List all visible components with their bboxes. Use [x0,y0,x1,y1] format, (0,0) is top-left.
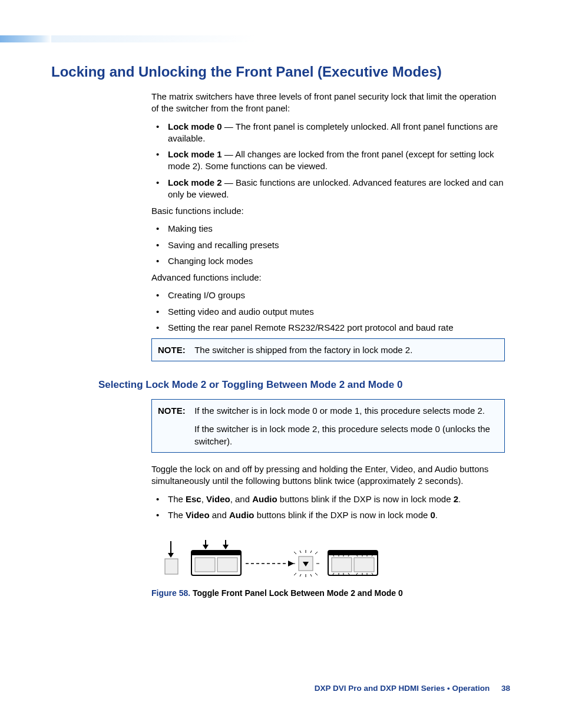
video-label: Video [186,510,210,520]
list-item: Creating I/O groups [151,289,505,301]
esc-label: Esc [186,494,201,504]
text: and [210,510,229,520]
note-text: The switcher is shipped from the factory… [194,344,497,356]
list-item: Making ties [151,223,505,235]
body-block-2: NOTE: If the switcher is in lock mode 0 … [151,399,505,521]
list-item: Lock mode 0 — The front panel is complet… [151,121,505,145]
mode-number: 0 [431,510,435,520]
list-item: Setting the rear panel Remote RS232/RS42… [151,322,505,334]
svg-rect-30 [354,558,374,572]
advanced-functions-list: Creating I/O groups Setting video and au… [151,289,505,334]
svg-line-20 [294,573,296,575]
footer-text: DXP DVI Pro and DXP HDMI Series • Operat… [315,684,490,693]
page-content: Locking and Unlocking the Front Panel (E… [51,64,511,598]
note-text-2: If the switcher is in lock mode 2, this … [194,423,498,447]
figure-caption: Figure 58. Toggle Front Panel Lock Betwe… [151,588,511,598]
text: The [168,494,186,504]
svg-rect-29 [332,558,352,572]
audio-label: Audio [229,510,254,520]
mode-number: 2 [454,494,458,504]
toggle-bullets-list: The Esc, Video, and Audio buttons blink … [151,493,505,522]
svg-marker-4 [203,545,209,549]
svg-rect-28 [328,551,378,555]
list-item: Saving and recalling presets [151,239,505,251]
list-item: Lock mode 1 — All changes are locked fro… [151,149,505,173]
lock-modes-list: Lock mode 0 — The front panel is complet… [151,121,505,201]
svg-rect-8 [191,551,241,555]
page-number: 38 [501,684,510,693]
subsection: Selecting Lock Mode 2 or Toggling Betwee… [98,379,505,391]
video-label: Video [206,494,230,504]
sub-heading: Selecting Lock Mode 2 or Toggling Betwee… [98,379,505,391]
advanced-functions-heading: Advanced functions include: [151,272,505,284]
note-text: If the switcher is in lock mode 0 or mod… [194,404,497,417]
button-diagram-icon [163,540,387,580]
body-block-1: The matrix switchers have three levels o… [151,91,505,361]
lock-mode-label: Lock mode 1 [168,149,222,159]
figure-diagram [163,540,511,580]
figure-text: Toggle Front Panel Lock Between Mode 2 a… [193,588,403,598]
list-item: The Video and Audio buttons blink if the… [151,509,505,521]
svg-line-24 [310,551,312,553]
svg-line-18 [315,573,318,575]
main-heading: Locking and Unlocking the Front Panel (E… [51,64,511,80]
text: , [201,494,206,504]
basic-functions-heading: Basic functions include: [151,205,505,217]
page-footer: DXP DVI Pro and DXP HDMI Series • Operat… [315,684,510,693]
note-box-1: NOTE: The switcher is shipped from the f… [151,338,505,361]
lock-mode-label: Lock mode 2 [168,177,222,187]
intro-paragraph: The matrix switchers have three levels o… [151,91,505,115]
svg-rect-10 [217,558,237,572]
note-box-2: NOTE: If the switcher is in lock mode 0 … [151,399,505,453]
list-item: Changing lock modes [151,255,505,267]
list-item: The Esc, Video, and Audio buttons blink … [151,493,505,505]
svg-line-25 [300,574,301,577]
lock-mode-label: Lock mode 0 [168,121,222,131]
text: , and [230,494,253,504]
svg-rect-9 [195,558,215,572]
text: . [458,494,461,504]
note-label: NOTE: [158,404,192,417]
svg-rect-2 [165,559,178,574]
text: . [435,510,438,520]
header-gradient-bar [0,35,51,42]
svg-line-26 [310,574,312,577]
text: buttons blink if the DXP is now in lock … [254,510,430,520]
note-label: NOTE: [158,344,192,356]
text: The [168,510,186,520]
list-item: Setting video and audio output mutes [151,306,505,318]
basic-functions-list: Making ties Saving and recalling presets… [151,223,505,267]
list-item: Lock mode 2 — Basic functions are unlock… [151,177,505,201]
svg-line-15 [294,552,296,554]
text: buttons blink if the DXP is now in lock … [277,494,454,504]
svg-marker-1 [168,553,174,558]
header-gradient-ext [51,35,562,42]
figure-label: Figure 58. [151,588,190,598]
toggle-paragraph: Toggle the lock on and off by pressing a… [151,463,505,487]
svg-line-17 [315,552,318,554]
svg-marker-6 [223,545,229,549]
svg-line-23 [300,551,301,553]
audio-label: Audio [252,494,277,504]
